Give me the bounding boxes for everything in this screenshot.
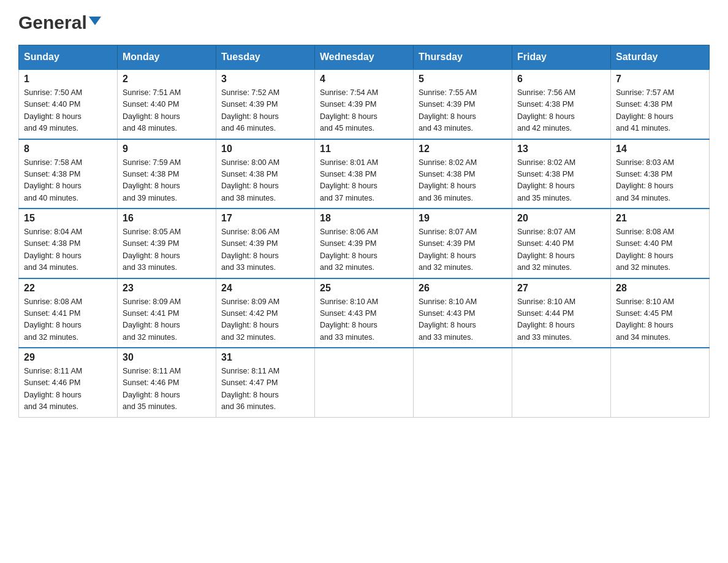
day-info: Sunrise: 8:01 AMSunset: 4:38 PMDaylight:… xyxy=(320,157,408,205)
calendar-cell: 23Sunrise: 8:09 AMSunset: 4:41 PMDayligh… xyxy=(118,278,216,348)
calendar-cell: 17Sunrise: 8:06 AMSunset: 4:39 PMDayligh… xyxy=(216,209,315,278)
day-number: 4 xyxy=(320,74,408,85)
day-number: 16 xyxy=(123,213,211,224)
day-number: 14 xyxy=(616,144,704,155)
day-number: 8 xyxy=(24,144,112,155)
calendar-cell: 13Sunrise: 8:02 AMSunset: 4:38 PMDayligh… xyxy=(512,139,611,209)
logo: General xyxy=(18,12,101,33)
day-info: Sunrise: 7:55 AMSunset: 4:39 PMDaylight:… xyxy=(419,87,507,135)
calendar-cell: 5Sunrise: 7:55 AMSunset: 4:39 PMDaylight… xyxy=(414,69,512,139)
day-info: Sunrise: 8:02 AMSunset: 4:38 PMDaylight:… xyxy=(419,157,507,205)
day-number: 13 xyxy=(517,144,605,155)
day-info: Sunrise: 8:10 AMSunset: 4:43 PMDaylight:… xyxy=(320,296,408,344)
calendar-cell: 2Sunrise: 7:51 AMSunset: 4:40 PMDaylight… xyxy=(118,69,216,139)
day-info: Sunrise: 8:06 AMSunset: 4:39 PMDaylight:… xyxy=(320,226,408,274)
calendar-cell: 4Sunrise: 7:54 AMSunset: 4:39 PMDaylight… xyxy=(315,69,414,139)
day-number: 27 xyxy=(517,283,605,294)
header-friday: Friday xyxy=(512,45,611,70)
calendar-week-3: 15Sunrise: 8:04 AMSunset: 4:38 PMDayligh… xyxy=(19,209,710,278)
calendar-cell: 11Sunrise: 8:01 AMSunset: 4:38 PMDayligh… xyxy=(315,139,414,209)
day-number: 10 xyxy=(221,144,309,155)
calendar-cell: 27Sunrise: 8:10 AMSunset: 4:44 PMDayligh… xyxy=(512,278,611,348)
day-info: Sunrise: 7:52 AMSunset: 4:39 PMDaylight:… xyxy=(221,87,309,135)
calendar-table: SundayMondayTuesdayWednesdayThursdayFrid… xyxy=(18,45,710,418)
calendar-week-4: 22Sunrise: 8:08 AMSunset: 4:41 PMDayligh… xyxy=(19,278,710,348)
day-info: Sunrise: 8:05 AMSunset: 4:39 PMDaylight:… xyxy=(123,226,211,274)
calendar-cell xyxy=(611,348,710,417)
logo-triangle-icon xyxy=(89,17,101,25)
calendar-cell: 30Sunrise: 8:11 AMSunset: 4:46 PMDayligh… xyxy=(118,348,216,417)
day-number: 29 xyxy=(24,352,112,363)
day-number: 2 xyxy=(123,74,211,85)
day-info: Sunrise: 7:54 AMSunset: 4:39 PMDaylight:… xyxy=(320,87,408,135)
calendar-cell: 1Sunrise: 7:50 AMSunset: 4:40 PMDaylight… xyxy=(19,69,118,139)
day-number: 23 xyxy=(123,283,211,294)
day-number: 28 xyxy=(616,283,704,294)
day-number: 9 xyxy=(123,144,211,155)
day-number: 25 xyxy=(320,283,408,294)
calendar-cell: 25Sunrise: 8:10 AMSunset: 4:43 PMDayligh… xyxy=(315,278,414,348)
header-monday: Monday xyxy=(118,45,216,70)
calendar-cell: 18Sunrise: 8:06 AMSunset: 4:39 PMDayligh… xyxy=(315,209,414,278)
day-info: Sunrise: 7:59 AMSunset: 4:38 PMDaylight:… xyxy=(123,157,211,205)
calendar-cell: 16Sunrise: 8:05 AMSunset: 4:39 PMDayligh… xyxy=(118,209,216,278)
calendar-cell: 3Sunrise: 7:52 AMSunset: 4:39 PMDaylight… xyxy=(216,69,315,139)
calendar-cell: 10Sunrise: 8:00 AMSunset: 4:38 PMDayligh… xyxy=(216,139,315,209)
calendar-week-2: 8Sunrise: 7:58 AMSunset: 4:38 PMDaylight… xyxy=(19,139,710,209)
calendar-cell: 29Sunrise: 8:11 AMSunset: 4:46 PMDayligh… xyxy=(19,348,118,417)
day-number: 19 xyxy=(419,213,507,224)
header-tuesday: Tuesday xyxy=(216,45,315,70)
day-info: Sunrise: 7:56 AMSunset: 4:38 PMDaylight:… xyxy=(517,87,605,135)
day-number: 3 xyxy=(221,74,309,85)
day-info: Sunrise: 8:07 AMSunset: 4:39 PMDaylight:… xyxy=(419,226,507,274)
calendar-cell xyxy=(414,348,512,417)
header-saturday: Saturday xyxy=(611,45,710,70)
day-info: Sunrise: 7:57 AMSunset: 4:38 PMDaylight:… xyxy=(616,87,704,135)
calendar-cell: 15Sunrise: 8:04 AMSunset: 4:38 PMDayligh… xyxy=(19,209,118,278)
day-info: Sunrise: 7:50 AMSunset: 4:40 PMDaylight:… xyxy=(24,87,112,135)
day-number: 31 xyxy=(221,352,309,363)
page-header: General xyxy=(18,12,710,33)
logo-general: General xyxy=(18,12,87,33)
day-info: Sunrise: 8:00 AMSunset: 4:38 PMDaylight:… xyxy=(221,157,309,205)
calendar-week-5: 29Sunrise: 8:11 AMSunset: 4:46 PMDayligh… xyxy=(19,348,710,417)
header-wednesday: Wednesday xyxy=(315,45,414,70)
calendar-cell xyxy=(512,348,611,417)
day-info: Sunrise: 8:09 AMSunset: 4:42 PMDaylight:… xyxy=(221,296,309,344)
day-info: Sunrise: 8:11 AMSunset: 4:46 PMDaylight:… xyxy=(24,366,112,413)
day-number: 5 xyxy=(419,74,507,85)
calendar-cell: 24Sunrise: 8:09 AMSunset: 4:42 PMDayligh… xyxy=(216,278,315,348)
day-number: 21 xyxy=(616,213,704,224)
day-info: Sunrise: 8:08 AMSunset: 4:41 PMDaylight:… xyxy=(24,296,112,344)
calendar-header-row: SundayMondayTuesdayWednesdayThursdayFrid… xyxy=(19,45,710,70)
calendar-week-1: 1Sunrise: 7:50 AMSunset: 4:40 PMDaylight… xyxy=(19,69,710,139)
calendar-cell: 31Sunrise: 8:11 AMSunset: 4:47 PMDayligh… xyxy=(216,348,315,417)
day-number: 20 xyxy=(517,213,605,224)
header-thursday: Thursday xyxy=(414,45,512,70)
day-number: 18 xyxy=(320,213,408,224)
calendar-cell: 22Sunrise: 8:08 AMSunset: 4:41 PMDayligh… xyxy=(19,278,118,348)
day-number: 11 xyxy=(320,144,408,155)
day-number: 22 xyxy=(24,283,112,294)
day-number: 7 xyxy=(616,74,704,85)
day-number: 1 xyxy=(24,74,112,85)
day-info: Sunrise: 8:04 AMSunset: 4:38 PMDaylight:… xyxy=(24,226,112,274)
day-info: Sunrise: 8:06 AMSunset: 4:39 PMDaylight:… xyxy=(221,226,309,274)
day-info: Sunrise: 8:10 AMSunset: 4:43 PMDaylight:… xyxy=(419,296,507,344)
calendar-cell: 7Sunrise: 7:57 AMSunset: 4:38 PMDaylight… xyxy=(611,69,710,139)
day-info: Sunrise: 8:11 AMSunset: 4:46 PMDaylight:… xyxy=(123,366,211,413)
header-sunday: Sunday xyxy=(19,45,118,70)
day-info: Sunrise: 8:11 AMSunset: 4:47 PMDaylight:… xyxy=(221,366,309,413)
calendar-cell: 8Sunrise: 7:58 AMSunset: 4:38 PMDaylight… xyxy=(19,139,118,209)
day-info: Sunrise: 8:07 AMSunset: 4:40 PMDaylight:… xyxy=(517,226,605,274)
calendar-cell: 20Sunrise: 8:07 AMSunset: 4:40 PMDayligh… xyxy=(512,209,611,278)
calendar-cell: 26Sunrise: 8:10 AMSunset: 4:43 PMDayligh… xyxy=(414,278,512,348)
calendar-cell: 9Sunrise: 7:59 AMSunset: 4:38 PMDaylight… xyxy=(118,139,216,209)
day-number: 6 xyxy=(517,74,605,85)
day-number: 17 xyxy=(221,213,309,224)
day-info: Sunrise: 8:10 AMSunset: 4:44 PMDaylight:… xyxy=(517,296,605,344)
day-info: Sunrise: 8:10 AMSunset: 4:45 PMDaylight:… xyxy=(616,296,704,344)
day-info: Sunrise: 7:51 AMSunset: 4:40 PMDaylight:… xyxy=(123,87,211,135)
day-info: Sunrise: 7:58 AMSunset: 4:38 PMDaylight:… xyxy=(24,157,112,205)
calendar-cell xyxy=(315,348,414,417)
